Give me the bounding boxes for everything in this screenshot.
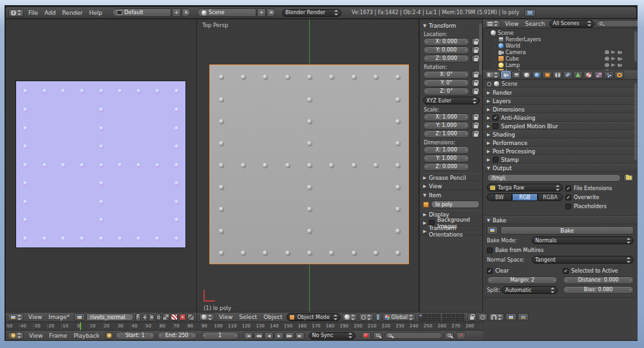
panel-performance[interactable]: ▶Performance <box>483 139 638 147</box>
jump-to-end-button[interactable]: ▶| <box>295 332 305 340</box>
panel-anti-aliasing[interactable]: ▶Anti-Aliasing <box>483 113 638 122</box>
split-mode-selector[interactable]: Automatic <box>502 286 558 294</box>
frame-end-field[interactable]: ‹End: 250› <box>157 332 197 340</box>
channel-rgb[interactable]: RGB <box>512 193 537 201</box>
transform-field[interactable]: ‹X: 1.000› <box>423 146 469 154</box>
prev-keyframe-button[interactable]: ◀◀ <box>254 332 263 340</box>
orientation-selector[interactable]: Global <box>383 313 415 321</box>
panel-sampled-motion-blur[interactable]: ▶Sampled Motion Blur <box>483 122 638 130</box>
layer-cell[interactable] <box>432 318 436 321</box>
layer-cell[interactable] <box>456 318 460 321</box>
draw-channels-toggle[interactable] <box>171 313 178 321</box>
disclosure-icon[interactable]: ◦ <box>485 31 489 35</box>
menu-select[interactable]: Select <box>236 314 260 320</box>
transform-field[interactable]: ‹Z: 0.000› <box>423 55 469 63</box>
transform-field[interactable]: ‹Y: 0.000› <box>423 46 469 54</box>
preview-range-toggle[interactable] <box>105 332 113 340</box>
menu-view[interactable]: View <box>25 314 45 320</box>
file-format-selector[interactable]: Targa Raw <box>487 184 563 191</box>
editor-type-selector[interactable] <box>485 20 500 28</box>
panel-layers[interactable]: ▶Layers <box>483 97 638 105</box>
outliner-scrollbar[interactable] <box>634 31 637 62</box>
opengl-render-anim-button[interactable] <box>518 313 529 321</box>
layer-cell[interactable] <box>442 318 446 321</box>
normal-space-selector[interactable]: Tangent <box>532 256 634 264</box>
layer-cell[interactable] <box>451 318 455 321</box>
layer-cell[interactable] <box>419 314 422 317</box>
object-name-field[interactable]: lo poly <box>431 200 480 208</box>
properties-scrollbar[interactable] <box>634 83 637 160</box>
bake-button[interactable]: Bake <box>500 226 634 235</box>
outliner-item-cube[interactable]: ◦Cube <box>485 55 636 62</box>
menu-render[interactable]: Render <box>59 10 86 16</box>
distance-slider[interactable]: ‹Distance: 0.000› <box>563 276 634 284</box>
renderability-icon[interactable] <box>618 50 622 54</box>
menu-add[interactable]: Add <box>41 10 59 16</box>
menu-frame[interactable]: Frame <box>46 333 70 339</box>
keying-set-button[interactable] <box>373 332 383 340</box>
outliner-item-lamp[interactable]: ◦Lamp <box>485 62 636 68</box>
item-panel-header[interactable]: ▼Item <box>423 191 480 199</box>
tab-material[interactable] <box>583 71 593 79</box>
selected-plane-object[interactable] <box>209 64 409 264</box>
tab-constraints[interactable] <box>553 71 562 79</box>
keying-set-field[interactable] <box>384 332 442 339</box>
manipulator-toggle[interactable] <box>375 313 381 321</box>
pin-toggle[interactable] <box>156 313 161 321</box>
menu-help[interactable]: Help <box>86 10 106 16</box>
disclosure-icon[interactable]: ◦ <box>493 50 497 55</box>
selectability-icon[interactable] <box>611 57 616 61</box>
transform-field[interactable]: ‹Y: 1.000› <box>423 122 469 130</box>
menu-playback[interactable]: Playback <box>70 333 102 339</box>
panel-checkbox[interactable] <box>493 157 498 162</box>
transform-field[interactable]: ‹X: 1.000› <box>423 113 469 121</box>
scene-selector[interactable]: Scene <box>197 8 256 17</box>
delete-keyframe-button[interactable]: ✕ <box>456 332 466 340</box>
outliner-filter-selector[interactable]: All Scenes <box>549 20 594 28</box>
fake-user-button[interactable]: F <box>135 313 141 322</box>
panel-checkbox[interactable] <box>493 115 498 121</box>
channel-rgba[interactable]: RGBA <box>538 193 563 201</box>
transform-field[interactable]: ‹X: 0.000› <box>423 38 469 46</box>
panel-render[interactable]: ▶Render <box>483 88 638 97</box>
current-frame-marker[interactable] <box>80 322 81 330</box>
menu-view[interactable]: View <box>26 333 46 339</box>
layer-cell[interactable] <box>437 318 440 321</box>
outliner-item-camera[interactable]: ◦Camera <box>485 49 636 55</box>
lock-camera-toggle[interactable] <box>468 313 477 321</box>
file-extensions-checkbox[interactable] <box>565 186 571 191</box>
tab-scene[interactable] <box>522 71 531 79</box>
bias-slider[interactable]: ‹Bias: 0.080› <box>563 286 634 294</box>
editor-type-selector[interactable] <box>485 71 500 79</box>
lock-icon[interactable] <box>471 88 480 95</box>
window-duplicate-button[interactable] <box>524 9 536 17</box>
menu-image[interactable]: Image* <box>45 314 73 320</box>
lock-icon[interactable] <box>471 122 480 130</box>
transform-field[interactable]: ‹Z: 0°› <box>423 88 469 95</box>
transform-field[interactable]: ‹Y: 0°› <box>423 79 469 87</box>
image-name-field[interactable]: rivets_normal <box>86 313 134 321</box>
editor-type-selector[interactable] <box>199 313 214 321</box>
tab-object[interactable] <box>542 71 552 79</box>
selectability-icon[interactable] <box>611 63 616 67</box>
play-reverse-button[interactable]: ◀ <box>264 332 274 340</box>
bake-mode-selector[interactable]: Normals <box>532 237 634 244</box>
unlink-image-button[interactable]: ✕ <box>149 313 155 322</box>
panel-stamp[interactable]: ▶Stamp <box>483 155 638 164</box>
layer-cell[interactable] <box>423 318 427 321</box>
tab-world[interactable] <box>532 71 542 79</box>
selectability-icon[interactable] <box>611 50 616 54</box>
layer-cell[interactable] <box>456 314 460 317</box>
tab-render[interactable] <box>501 71 511 79</box>
rotation-mode-selector[interactable]: XYZ Euler <box>423 97 480 104</box>
pivot-point-selector[interactable] <box>359 313 374 321</box>
tab-data[interactable] <box>573 71 583 79</box>
visibility-icon[interactable] <box>605 57 609 61</box>
layer-cell[interactable] <box>423 314 427 317</box>
tab-particles[interactable] <box>604 71 614 79</box>
pencil-toggle[interactable] <box>187 313 194 321</box>
current-frame-field[interactable]: ‹1› <box>202 332 239 340</box>
bake-from-multires-checkbox[interactable] <box>487 247 493 253</box>
channel-bw[interactable]: BW <box>487 193 512 201</box>
disclosure-icon[interactable]: ◦ <box>493 37 497 42</box>
